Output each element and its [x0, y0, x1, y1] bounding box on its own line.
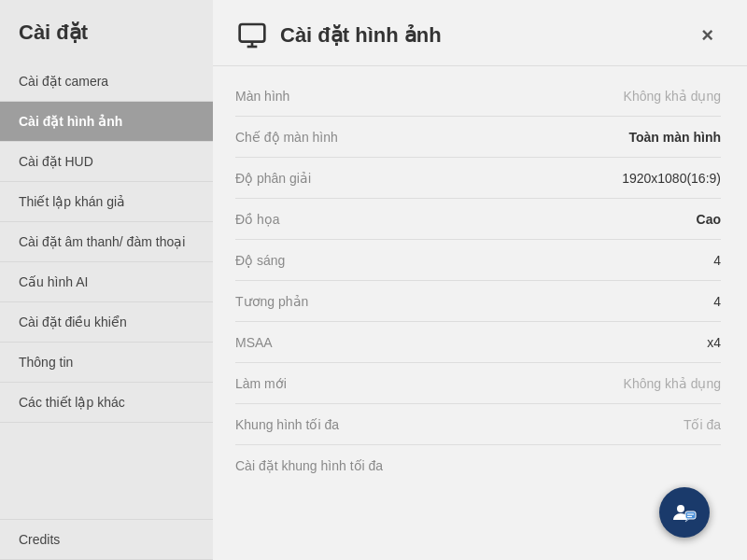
sidebar-item-hud[interactable]: Cài đặt HUD	[0, 142, 213, 182]
sidebar-items-wrapper: Cài đặt cameraCài đặt hình ảnhCài đặt HU…	[0, 62, 213, 560]
sidebar-item-thong-tin[interactable]: Thông tin	[0, 343, 213, 383]
setting-label: Tương phản	[235, 294, 308, 309]
sidebar-item-credits[interactable]: Credits	[0, 519, 213, 560]
setting-label: MSAA	[235, 335, 273, 350]
table-row[interactable]: Chế độ màn hìnhToàn màn hình	[235, 117, 721, 158]
setting-value[interactable]: 4	[713, 294, 721, 309]
main-header: Cài đặt hình ảnh ×	[213, 0, 747, 66]
setting-label: Chế độ màn hình	[235, 130, 338, 145]
sidebar-item-camera[interactable]: Cài đặt camera	[0, 62, 213, 102]
table-row[interactable]: Khung hình tối đaTối đa	[235, 404, 721, 445]
table-row[interactable]: Màn hìnhKhông khả dụng	[235, 76, 721, 117]
sidebar-item-dieu-khien[interactable]: Cài đặt điều khiển	[0, 302, 213, 343]
main-title: Cài đặt hình ảnh	[280, 23, 442, 48]
setting-label: Độ sáng	[235, 253, 285, 268]
setting-label: Độ phân giải	[235, 171, 311, 186]
setting-value[interactable]: 1920x1080(16:9)	[622, 171, 721, 186]
sidebar-item-hinh-anh[interactable]: Cài đặt hình ảnh	[0, 102, 213, 142]
setting-label: Khung hình tối đa	[235, 417, 339, 432]
close-button[interactable]: ×	[694, 21, 721, 49]
setting-value[interactable]: Tối đa	[684, 417, 721, 432]
main-content: Cài đặt hình ảnh × Màn hìnhKhông khả dụn…	[213, 0, 747, 560]
table-row[interactable]: Độ sáng4	[235, 240, 721, 281]
setting-value[interactable]: Không khả dụng	[624, 89, 721, 104]
sidebar-item-am-thanh[interactable]: Cài đặt âm thanh/ đàm thoại	[0, 222, 213, 262]
sidebar-item-khac[interactable]: Các thiết lập khác	[0, 383, 213, 423]
setting-value[interactable]: 4	[713, 253, 721, 268]
sidebar: Cài đặt Cài đặt cameraCài đặt hình ảnhCà…	[0, 0, 213, 560]
setting-label: Làm mới	[235, 376, 287, 391]
table-row[interactable]: MSAAx4	[235, 322, 721, 363]
table-row: Cài đặt khung hình tối đa	[235, 445, 721, 486]
setting-label: Đồ họa	[235, 212, 280, 227]
support-button[interactable]	[659, 487, 710, 538]
setting-value[interactable]: Toàn màn hình	[628, 130, 721, 145]
table-row[interactable]: Làm mớiKhông khả dụng	[235, 363, 721, 404]
setting-label: Cài đặt khung hình tối đa	[235, 458, 383, 473]
svg-rect-4	[685, 511, 696, 519]
main-header-left: Cài đặt hình ảnh	[235, 19, 442, 52]
setting-value[interactable]: Cao	[697, 212, 721, 227]
setting-value[interactable]: x4	[707, 335, 721, 350]
svg-rect-0	[240, 24, 265, 42]
setting-value[interactable]: Không khả dụng	[624, 376, 721, 391]
table-row[interactable]: Đồ họaCao	[235, 199, 721, 240]
display-icon	[235, 19, 269, 52]
svg-point-3	[677, 505, 684, 512]
table-row[interactable]: Độ phân giải1920x1080(16:9)	[235, 158, 721, 199]
setting-label: Màn hình	[235, 89, 289, 104]
sidebar-title: Cài đặt	[0, 9, 213, 62]
table-row[interactable]: Tương phản4	[235, 281, 721, 322]
sidebar-item-khan-gia[interactable]: Thiết lập khán giả	[0, 182, 213, 222]
sidebar-item-ai[interactable]: Cấu hình AI	[0, 262, 213, 302]
settings-table: Màn hìnhKhông khả dụngChế độ màn hìnhToà…	[213, 66, 747, 560]
